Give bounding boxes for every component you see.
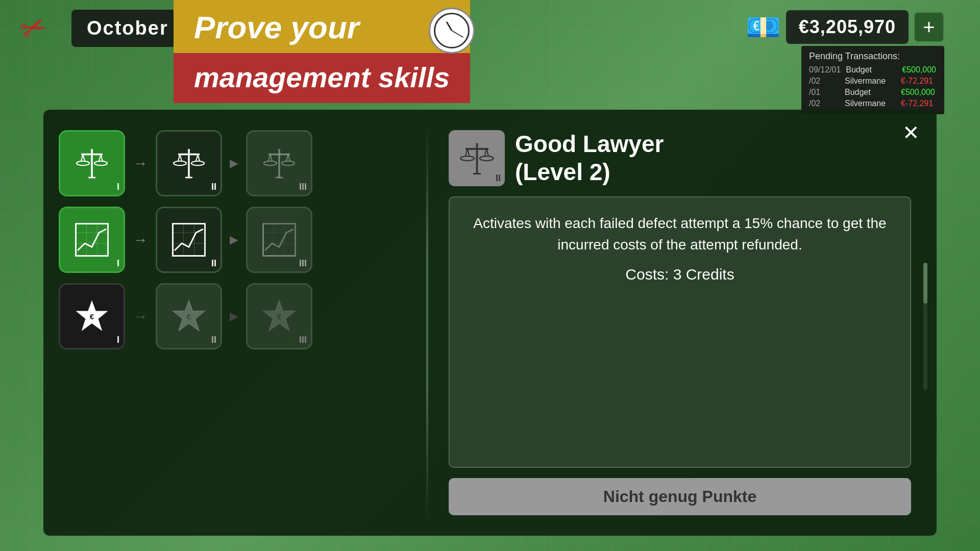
svg-line-25 <box>288 155 290 161</box>
svg-point-14 <box>191 161 204 165</box>
close-button[interactable]: ✕ <box>898 120 924 145</box>
transaction-amount: €500,000 <box>901 88 935 97</box>
svg-point-2 <box>77 161 89 165</box>
transaction-name: Silvermane <box>845 99 896 108</box>
skill-modal: ✕ <box>43 110 937 536</box>
skill-chart-level2[interactable]: II <box>156 207 222 273</box>
skill-lawyer-level2[interactable]: II <box>156 130 222 196</box>
money-area: 💶 €3,205,970 + <box>746 10 944 44</box>
transaction-row: /02 Silvermane €-72,291 <box>809 98 937 109</box>
svg-line-4 <box>83 155 85 161</box>
svg-point-20 <box>264 161 277 165</box>
skill-row-lawyer: I → II ▶ <box>59 130 416 196</box>
svg-rect-41 <box>263 224 296 256</box>
skill-lawyer-level1[interactable]: I <box>59 130 125 196</box>
transactions-panel: Pending Transactions: 09/12/01 Budget €5… <box>801 46 944 114</box>
transaction-name: Budget <box>846 65 897 74</box>
skills-grid: I → II ▶ <box>59 125 416 520</box>
arrow-icon: ▶ <box>230 157 238 170</box>
arrow-icon: → <box>133 155 148 172</box>
svg-point-23 <box>282 161 295 165</box>
svg-point-5 <box>94 161 107 165</box>
transactions-title: Pending Transactions: <box>809 51 937 62</box>
skills-area: I → II ▶ <box>59 125 921 520</box>
svg-point-11 <box>174 161 186 165</box>
skill-chart-level3[interactable]: III <box>246 207 312 273</box>
skill-row-star: € I → € II ▶ € <box>59 283 416 349</box>
svg-line-13 <box>180 155 182 161</box>
arrow-icon: → <box>133 308 148 325</box>
detail-panel: II Good Lawyer (Level 2) Activates with … <box>438 125 921 520</box>
skill-row-chart: I → II ▶ <box>59 207 416 273</box>
level-badge: I <box>117 335 119 345</box>
transaction-date: 09/12/01 <box>809 65 841 74</box>
detail-title: Good Lawyer (Level 2) <box>515 130 664 186</box>
transaction-name: Silvermane <box>845 77 896 86</box>
clock-area <box>429 8 475 54</box>
clock-face <box>434 13 470 48</box>
level-badge: III <box>299 182 307 192</box>
svg-point-59 <box>479 156 493 161</box>
transaction-name: Budget <box>845 88 896 97</box>
skill-lawyer-level3[interactable]: III <box>246 130 312 196</box>
detail-description-box: Activates with each failed defect attemp… <box>449 196 911 468</box>
transaction-row: /02 Silvermane €-72,291 <box>809 76 937 87</box>
svg-text:€: € <box>277 312 282 321</box>
clock-minute-hand <box>452 30 464 38</box>
arrow-icon: → <box>133 231 148 248</box>
skill-star-level1[interactable]: € I <box>59 283 125 349</box>
add-money-button[interactable]: + <box>914 12 944 42</box>
transaction-date: /01 <box>809 88 840 97</box>
svg-point-56 <box>460 156 474 161</box>
svg-line-7 <box>101 155 103 161</box>
detail-level-badge: II <box>496 173 501 184</box>
scroll-indicator[interactable] <box>923 263 927 390</box>
transaction-date: /02 <box>809 77 840 86</box>
skill-star-level2[interactable]: € II <box>156 283 222 349</box>
svg-rect-34 <box>173 224 205 256</box>
arrow-icon: ▶ <box>230 233 238 246</box>
svg-line-22 <box>271 155 273 161</box>
detail-header: II Good Lawyer (Level 2) <box>449 130 911 186</box>
transaction-row: 09/12/01 Budget €500,000 <box>809 64 937 76</box>
svg-line-58 <box>467 148 469 156</box>
money-display: €3,205,970 <box>786 10 909 44</box>
transaction-date: /02 <box>809 99 840 108</box>
level-badge: I <box>117 182 119 192</box>
panel-divider <box>426 125 428 520</box>
svg-text:€: € <box>90 312 94 321</box>
banner-area: Prove your management skills <box>174 0 470 103</box>
level-badge: II <box>211 335 216 345</box>
skill-chart-level1[interactable]: I <box>59 207 125 273</box>
banner-line1: Prove your <box>194 10 359 45</box>
money-bag-icon: 💶 <box>746 11 781 44</box>
level-badge: II <box>211 258 216 269</box>
scroll-thumb <box>923 263 927 304</box>
level-badge: III <box>299 258 307 269</box>
skill-star-level3[interactable]: € III <box>246 283 312 349</box>
banner-bottom: management skills <box>174 53 470 103</box>
svg-rect-27 <box>76 224 108 256</box>
scissors-icon: ✂ <box>15 7 52 49</box>
svg-line-61 <box>486 148 488 156</box>
banner-top: Prove your <box>174 0 470 53</box>
banner-line2: management skills <box>194 61 450 93</box>
svg-line-16 <box>198 155 200 161</box>
logo-area: ✂ <box>0 3 66 54</box>
detail-skill-icon: II <box>449 130 505 186</box>
level-badge: III <box>299 335 307 345</box>
detail-cost: Costs: 3 Credits <box>465 266 895 283</box>
arrow-icon: ▶ <box>230 310 238 323</box>
level-badge: I <box>117 258 119 269</box>
level-badge: II <box>211 182 216 192</box>
detail-description: Activates with each failed defect attemp… <box>465 213 895 256</box>
transaction-amount: €-72,291 <box>901 99 933 108</box>
action-button[interactable]: Nicht genug Punkte <box>449 478 911 515</box>
transaction-row: /01 Budget €500,000 <box>809 87 937 98</box>
svg-text:€: € <box>187 312 191 321</box>
transaction-amount: €500,000 <box>902 65 936 74</box>
clock-hour-hand <box>446 21 453 31</box>
transaction-amount: €-72,291 <box>901 77 933 86</box>
